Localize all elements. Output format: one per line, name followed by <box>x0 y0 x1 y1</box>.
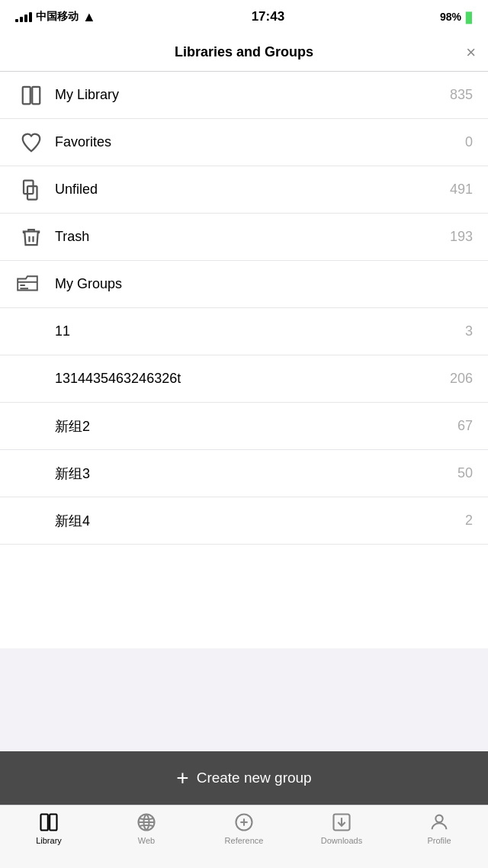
group-long-item[interactable]: 1314435463246326t 206 <box>0 355 488 403</box>
svg-rect-3 <box>27 186 37 200</box>
favorites-item[interactable]: Favorites 0 <box>0 119 488 166</box>
plus-circle-icon <box>233 812 255 833</box>
svg-rect-6 <box>41 815 48 831</box>
group-new3-count: 50 <box>458 465 473 481</box>
tab-reference[interactable]: Reference <box>195 812 293 845</box>
unfiled-item[interactable]: Unfiled 491 <box>0 166 488 214</box>
svg-rect-1 <box>32 86 40 104</box>
battery-label: 98% <box>440 11 461 23</box>
tab-downloads-label: Downloads <box>321 836 362 845</box>
group-11-count: 3 <box>465 323 473 339</box>
my-library-item[interactable]: My Library 835 <box>0 72 488 119</box>
tab-profile[interactable]: Profile <box>390 812 488 845</box>
trash-label: Trash <box>47 229 450 245</box>
plus-icon: + <box>176 767 188 789</box>
group-new2-label: 新组2 <box>55 417 458 436</box>
my-groups-label: My Groups <box>47 276 473 292</box>
download-icon <box>331 812 352 833</box>
my-library-label: My Library <box>47 87 450 103</box>
person-icon <box>429 812 450 833</box>
tab-library-label: Library <box>36 836 62 845</box>
group-long-label: 1314435463246326t <box>55 371 450 387</box>
main-content: My Library 835 Favorites 0 Unfiled 491 <box>0 72 488 648</box>
svg-rect-2 <box>24 180 34 194</box>
group-11-item[interactable]: 11 3 <box>0 308 488 355</box>
tab-library[interactable]: Library <box>0 812 98 845</box>
signal-icon <box>15 12 32 22</box>
favorites-count: 0 <box>465 134 473 150</box>
group-new4-item[interactable]: 新组4 2 <box>0 497 488 545</box>
trash-count: 193 <box>450 229 473 245</box>
status-bar: 中国移动 ▲ 17:43 98% ▮ <box>0 0 488 34</box>
group-long-count: 206 <box>450 371 473 387</box>
status-time: 17:43 <box>252 9 284 24</box>
tab-profile-label: Profile <box>427 836 451 845</box>
group-new2-item[interactable]: 新组2 67 <box>0 403 488 450</box>
favorites-label: Favorites <box>47 134 465 150</box>
page-title: Libraries and Groups <box>175 44 313 60</box>
svg-point-15 <box>435 815 442 822</box>
trash-icon <box>15 226 47 249</box>
group-new3-item[interactable]: 新组3 50 <box>0 450 488 497</box>
wifi-icon: ▲ <box>82 9 96 25</box>
create-group-label: Create new group <box>197 770 312 786</box>
carrier-label: 中国移动 <box>36 10 79 24</box>
tab-downloads[interactable]: Downloads <box>293 812 390 845</box>
trash-item[interactable]: Trash 193 <box>0 214 488 261</box>
empty-area <box>0 648 488 752</box>
group-new2-count: 67 <box>458 418 473 434</box>
status-left: 中国移动 ▲ <box>15 9 96 25</box>
status-right: 98% ▮ <box>440 8 473 26</box>
group-new4-label: 新组4 <box>55 512 465 530</box>
my-library-count: 835 <box>450 87 473 103</box>
svg-rect-0 <box>23 86 30 104</box>
close-button[interactable]: × <box>466 44 476 61</box>
tab-reference-label: Reference <box>225 836 264 845</box>
book-tab-icon <box>38 812 59 833</box>
heart-icon <box>15 131 47 154</box>
group-new3-label: 新组3 <box>55 465 458 483</box>
globe-icon <box>136 812 157 833</box>
tab-web-label: Web <box>138 836 155 845</box>
tab-bar: Library Web Reference <box>0 805 488 868</box>
group-new4-count: 2 <box>465 513 473 529</box>
file-icon <box>15 178 47 201</box>
unfiled-count: 491 <box>450 182 473 198</box>
svg-rect-7 <box>50 815 56 831</box>
folder-group-icon <box>15 272 47 297</box>
header: Libraries and Groups × <box>0 34 488 72</box>
battery-icon: ▮ <box>464 8 473 26</box>
group-11-label: 11 <box>55 323 465 339</box>
tab-web[interactable]: Web <box>98 812 195 845</box>
create-new-group-button[interactable]: + Create new group <box>0 751 488 805</box>
unfiled-label: Unfiled <box>47 182 450 198</box>
book-icon <box>15 84 47 107</box>
my-groups-header: My Groups <box>0 261 488 308</box>
